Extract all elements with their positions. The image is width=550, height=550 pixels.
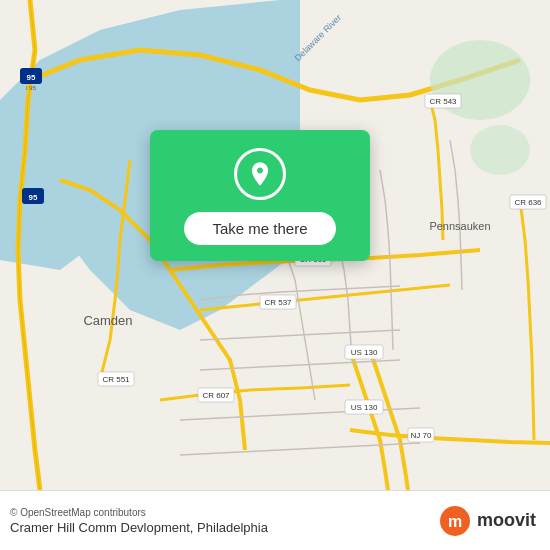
moovit-logo: m moovit	[439, 505, 536, 537]
svg-text:CR 607: CR 607	[202, 391, 230, 400]
svg-point-5	[470, 125, 530, 175]
bottom-info: © OpenStreetMap contributors Cramer Hill…	[10, 507, 268, 535]
moovit-brand-icon: m	[439, 505, 471, 537]
svg-text:CR 537: CR 537	[264, 298, 292, 307]
take-me-there-button[interactable]: Take me there	[184, 212, 335, 245]
svg-text:US 130: US 130	[351, 348, 378, 357]
svg-text:CR 636: CR 636	[514, 198, 542, 207]
svg-text:95: 95	[27, 73, 36, 82]
moovit-brand-text: moovit	[477, 510, 536, 531]
bottom-bar: © OpenStreetMap contributors Cramer Hill…	[0, 490, 550, 550]
osm-attribution: © OpenStreetMap contributors	[10, 507, 268, 518]
svg-text:US 130: US 130	[351, 403, 378, 412]
location-name: Cramer Hill Comm Devlopment, Philadelphi…	[10, 520, 268, 535]
svg-text:I 95: I 95	[26, 85, 37, 91]
svg-text:CR 551: CR 551	[102, 375, 130, 384]
svg-text:Pennsauken: Pennsauken	[429, 220, 490, 232]
svg-text:m: m	[448, 513, 462, 530]
svg-text:NJ 70: NJ 70	[411, 431, 432, 440]
location-pin-icon	[246, 160, 274, 188]
svg-text:95: 95	[29, 193, 38, 202]
svg-text:Camden: Camden	[83, 313, 132, 328]
pin-icon-wrapper	[234, 148, 286, 200]
svg-text:CR 543: CR 543	[429, 97, 457, 106]
map-container: 95 I 95 95 CR 609 CR 537 CR 551 US 130 U…	[0, 0, 550, 490]
location-card: Take me there	[150, 130, 370, 261]
